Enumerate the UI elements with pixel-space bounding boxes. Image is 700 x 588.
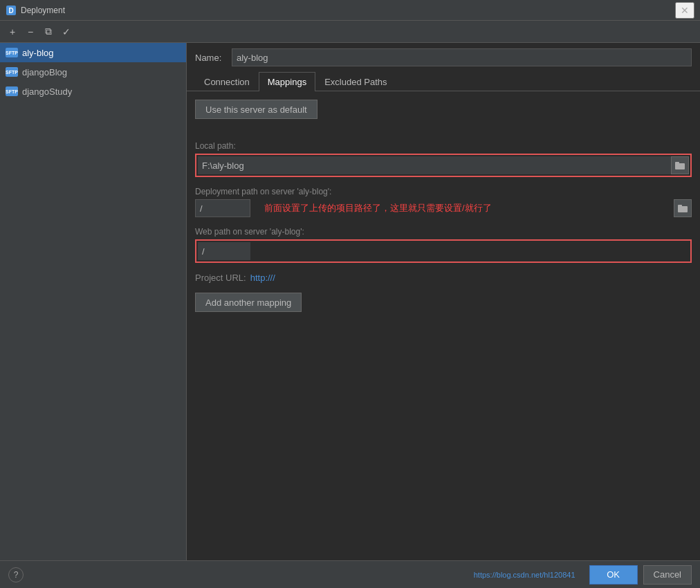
svg-rect-3 <box>675 162 679 165</box>
sidebar-label-djangoBlog: djangoBlog <box>22 67 67 77</box>
sftp-icon-djangoBlog: SFTP <box>6 67 18 77</box>
deployment-path-row: 前面设置了上传的项目路径了，这里就只需要设置/就行了 <box>195 199 692 217</box>
deployment-path-folder-button[interactable] <box>674 199 692 217</box>
local-path-container <box>195 154 692 177</box>
web-path-label: Web path on server 'aly-blog': <box>195 227 692 237</box>
tab-connection[interactable]: Connection <box>195 72 259 91</box>
remove-button[interactable]: − <box>22 24 39 40</box>
main-layout: SFTP aly-blog SFTP djangoBlog SFTP djang… <box>0 43 700 560</box>
tabs: Connection Mappings Excluded Paths <box>187 72 700 91</box>
project-url-row: Project URL: http:/// <box>195 273 692 283</box>
web-path-group: Web path on server 'aly-blog': <box>195 227 692 263</box>
tab-excluded-paths[interactable]: Excluded Paths <box>315 72 396 91</box>
sidebar: SFTP aly-blog SFTP djangoBlog SFTP djang… <box>0 43 187 560</box>
name-input[interactable] <box>232 48 692 66</box>
web-path-input[interactable] <box>198 242 250 260</box>
sidebar-label-djangoStudy: djangoStudy <box>22 86 72 97</box>
sidebar-item-djangoBlog[interactable]: SFTP djangoBlog <box>0 62 186 82</box>
deployment-path-label: Deployment path on server 'aly-blog': <box>195 187 692 196</box>
use-as-default-button[interactable]: Use this server as default <box>195 100 317 119</box>
check-button[interactable]: ✓ <box>58 24 75 40</box>
deployment-annotation: 前面设置了上传的项目路径了，这里就只需要设置/就行了 <box>264 202 492 214</box>
sftp-icon-djangoStudy: SFTP <box>6 86 18 96</box>
sidebar-item-djangoStudy[interactable]: SFTP djangoStudy <box>0 82 186 101</box>
app-icon: D <box>6 5 17 16</box>
close-button[interactable]: ✕ <box>675 2 694 19</box>
add-button[interactable]: + <box>4 24 21 40</box>
deployment-path-input[interactable] <box>195 199 250 217</box>
local-path-folder-button[interactable] <box>671 156 689 174</box>
copy-button[interactable]: ⧉ <box>40 24 57 40</box>
project-url-link[interactable]: http:/// <box>250 273 275 283</box>
web-path-container <box>195 239 692 263</box>
deployment-path-group: Deployment path on server 'aly-blog': 前面… <box>195 187 692 217</box>
svg-text:D: D <box>8 7 13 15</box>
default-btn-wrapper: Use this server as default <box>195 100 692 130</box>
bottom-buttons: https://blog.csdn.net/hl120841 OK Cancel <box>474 565 692 585</box>
local-path-label: Local path: <box>195 141 692 151</box>
project-url-label: Project URL: <box>195 273 246 283</box>
sftp-icon-aly-blog: SFTP <box>6 48 18 57</box>
url-hint[interactable]: https://blog.csdn.net/hl120841 <box>474 571 575 579</box>
name-row: Name: <box>187 43 700 72</box>
window-title: Deployment <box>21 6 675 15</box>
ok-button[interactable]: OK <box>589 565 638 585</box>
add-another-mapping-button[interactable]: Add another mapping <box>195 293 302 312</box>
svg-rect-5 <box>678 205 682 208</box>
local-path-input[interactable] <box>198 156 671 174</box>
tab-mappings[interactable]: Mappings <box>259 72 315 91</box>
sidebar-item-aly-blog[interactable]: SFTP aly-blog <box>0 43 186 62</box>
name-label: Name: <box>195 53 226 63</box>
toolbar: + − ⧉ ✓ <box>0 21 700 43</box>
mappings-tab-content: Use this server as default Local path: D… <box>187 91 700 560</box>
cancel-button[interactable]: Cancel <box>643 565 692 585</box>
help-button[interactable]: ? <box>8 567 24 582</box>
bottom-bar: ? https://blog.csdn.net/hl120841 OK Canc… <box>0 560 700 588</box>
titlebar: D Deployment ✕ <box>0 0 700 21</box>
local-path-group: Local path: <box>195 141 692 177</box>
content-panel: Name: Connection Mappings Excluded Paths… <box>187 43 700 560</box>
sidebar-label-aly-blog: aly-blog <box>22 48 54 58</box>
